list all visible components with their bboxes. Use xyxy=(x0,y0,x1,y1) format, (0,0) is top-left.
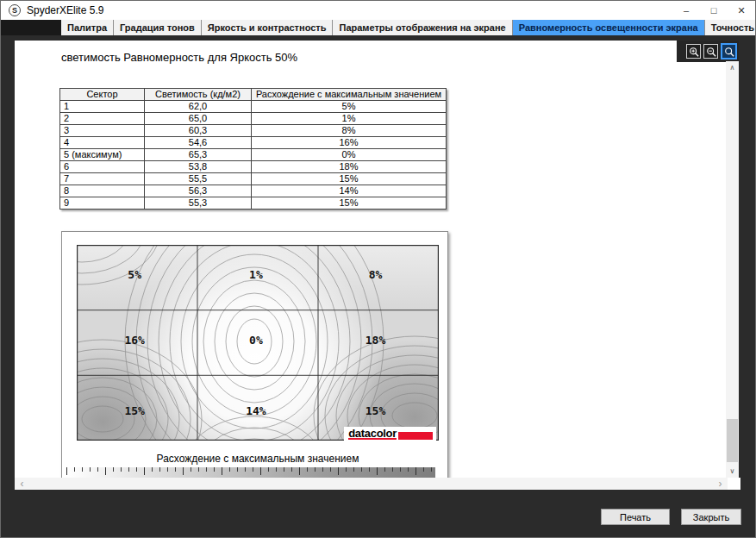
vertical-scrollbar[interactable]: ∧ ∨ xyxy=(726,61,739,478)
deviation-label: 18% xyxy=(366,334,385,347)
deviation-label: 5% xyxy=(128,268,141,281)
table-row: 2 65,0 1% xyxy=(60,113,447,125)
footer-buttons: Печать Закрыть xyxy=(601,509,741,525)
col-header-luminance: Светимость (кд/м2) xyxy=(145,89,252,101)
cell-deviation: 16% xyxy=(252,137,447,149)
deviation-label: 15% xyxy=(124,404,144,416)
scroll-left-arrow[interactable]: ‹ xyxy=(16,478,28,490)
tab-palette[interactable]: Палитра xyxy=(61,20,114,35)
datacolor-logo-text: datacolor xyxy=(348,429,397,440)
print-button[interactable]: Печать xyxy=(601,509,670,525)
cell-sector: 8 xyxy=(60,185,145,197)
tab-color-accuracy[interactable]: Точность передачи цвета xyxy=(705,20,756,35)
zoom-region-button[interactable] xyxy=(721,43,737,59)
tab-display-settings[interactable]: Параметры отображения на экране xyxy=(333,20,512,35)
zoom-out-icon xyxy=(706,47,716,57)
table-row: 9 55,3 15% xyxy=(60,197,447,210)
cell-deviation: 0% xyxy=(252,149,447,161)
cell-luminance: 60,3 xyxy=(145,125,252,137)
maximize-button[interactable]: □ xyxy=(700,1,728,20)
tab-tonal-gradation[interactable]: Градация тонов xyxy=(114,20,202,35)
cell-luminance: 54,6 xyxy=(145,137,252,149)
cell-sector: 2 xyxy=(60,113,145,125)
cell-sector: 7 xyxy=(60,173,145,185)
deviation-scalebar xyxy=(66,467,435,478)
cell-luminance: 55,5 xyxy=(145,173,252,185)
table-row: 4 54,6 16% xyxy=(60,137,447,149)
cell-luminance: 65,0 xyxy=(145,113,252,125)
map-caption: Расхождение с максимальным значением xyxy=(77,453,439,465)
app-window: S SpyderXElite 5.9 – □ ✕ Палитра Градаци… xyxy=(0,0,756,538)
cell-deviation: 1% xyxy=(252,113,447,125)
scroll-up-arrow[interactable]: ∧ xyxy=(726,61,739,74)
cell-sector: 5 (максимум) xyxy=(60,149,145,161)
close-dialog-button[interactable]: Закрыть xyxy=(681,509,741,525)
table-row: 5 (максимум) 65,3 0% xyxy=(60,149,447,161)
datacolor-logo-bar xyxy=(398,432,433,440)
titlebar: S SpyderXElite 5.9 – □ ✕ xyxy=(1,1,755,20)
deviation-label: 1% xyxy=(249,268,263,281)
cell-deviation: 18% xyxy=(252,161,447,173)
cell-deviation: 8% xyxy=(252,125,447,137)
workspace: светимость Равномерность для Яркость 50%… xyxy=(1,35,755,537)
tab-strip: Палитра Градация тонов Яркость и контрас… xyxy=(1,20,755,35)
deviation-label: 14% xyxy=(246,404,266,416)
table-row: 7 55,5 15% xyxy=(60,173,447,185)
table-row: 6 53,8 18% xyxy=(60,161,447,173)
cell-luminance: 55,3 xyxy=(145,197,252,210)
cell-luminance: 53,8 xyxy=(145,161,252,173)
window-controls: – □ ✕ xyxy=(672,1,755,20)
cell-deviation: 15% xyxy=(252,197,447,210)
vertical-scroll-thumb[interactable] xyxy=(727,419,738,462)
cell-luminance: 56,3 xyxy=(145,185,252,197)
close-button[interactable]: ✕ xyxy=(728,1,755,20)
report-viewport: светимость Равномерность для Яркость 50%… xyxy=(15,41,728,478)
col-header-deviation: Расхождение с максимальным значением xyxy=(252,89,447,101)
table-header-row: Сектор Светимость (кд/м2) Расхождение с … xyxy=(60,89,447,101)
minimize-button[interactable]: – xyxy=(672,1,700,20)
cell-sector: 6 xyxy=(60,161,145,173)
contour-map: 5% 1% 8% 16% 0% 18% 15% 14% 15% datacolo… xyxy=(77,245,439,441)
cell-deviation: 15% xyxy=(252,173,447,185)
tab-brightness-contrast[interactable]: Яркость и контрастность xyxy=(202,20,334,35)
zoom-toolbar xyxy=(677,41,739,62)
deviation-label: 15% xyxy=(366,404,385,416)
horizontal-scrollbar[interactable]: ‹ › xyxy=(15,478,728,490)
col-header-sector: Сектор xyxy=(60,89,145,101)
table-row: 3 60,3 8% xyxy=(60,125,447,137)
zoom-out-button[interactable] xyxy=(703,44,718,59)
datacolor-logo: datacolor xyxy=(344,427,436,442)
scalebar-major-ticks xyxy=(66,467,435,475)
window-title: SpyderXElite 5.9 xyxy=(27,4,103,16)
zoom-in-button[interactable] xyxy=(686,44,701,59)
table-row: 8 56,3 14% xyxy=(60,185,447,197)
scroll-down-arrow[interactable]: ∨ xyxy=(726,465,739,478)
tab-screen-uniformity[interactable]: Равномерность освещенности экрана xyxy=(513,20,705,35)
cell-deviation: 5% xyxy=(252,101,447,113)
cell-sector: 1 xyxy=(60,101,145,113)
deviation-label: 16% xyxy=(124,334,144,347)
cell-sector: 9 xyxy=(60,197,145,210)
app-logo-icon: S xyxy=(9,4,21,16)
uniformity-map-panel: 5% 1% 8% 16% 0% 18% 15% 14% 15% datacolo… xyxy=(61,231,448,478)
deviation-label: 8% xyxy=(369,268,383,281)
report-title: светимость Равномерность для Яркость 50% xyxy=(61,51,297,64)
cell-deviation: 14% xyxy=(252,185,447,197)
cell-sector: 3 xyxy=(60,125,145,137)
table-row: 1 62,0 5% xyxy=(60,101,447,113)
cell-luminance: 65,3 xyxy=(145,149,252,161)
cell-luminance: 62,0 xyxy=(145,101,252,113)
deviation-label: 0% xyxy=(249,334,263,347)
scroll-right-arrow[interactable]: › xyxy=(714,478,727,490)
magnifier-icon xyxy=(724,47,734,57)
scrollbar-corner xyxy=(728,478,740,490)
zoom-in-icon xyxy=(689,47,699,57)
cell-sector: 4 xyxy=(60,137,145,149)
luminance-table: Сектор Светимость (кд/м2) Расхождение с … xyxy=(59,88,447,210)
